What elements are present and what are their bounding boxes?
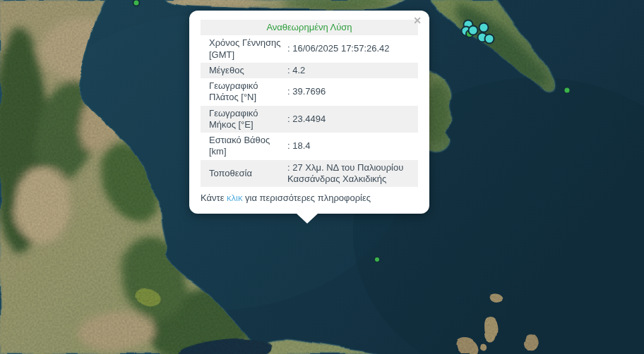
table-row: Χρόνος Γέννησης [GMT] : 16/06/2025 17:57… [201, 35, 418, 63]
row-label: Τοποθεσία [201, 167, 287, 180]
earthquake-marker[interactable] [374, 256, 381, 263]
row-label: Μέγεθος [201, 64, 287, 77]
table-row: Τοποθεσία : 27 Χλμ. ΝΔ του Παλιουρίου Κα… [201, 160, 418, 188]
earthquake-marker[interactable] [484, 34, 495, 44]
earthquake-marker[interactable] [468, 25, 479, 36]
popup-title: Αναθεωρημένη Λύση [201, 20, 418, 35]
table-row: Εστιακό Βάθος [km] : 18.4 [201, 133, 418, 160]
earthquake-marker[interactable] [479, 23, 489, 33]
map-viewport[interactable]: ✕ Αναθεωρημένη Λύση Χρόνος Γέννησης [GMT… [0, 0, 644, 354]
row-value: : 23.4494 [287, 113, 418, 126]
row-value: : 39.7696 [287, 85, 418, 98]
row-value: : 16/06/2025 17:57:26.42 [287, 42, 418, 55]
popup-tail [296, 213, 318, 224]
more-info-text: Κάντε κλικ για περισσότερες πληροφορίες [201, 187, 418, 207]
earthquake-detail-table: Αναθεωρημένη Λύση Χρόνος Γέννησης [GMT] … [201, 20, 418, 187]
close-icon[interactable]: ✕ [413, 16, 422, 25]
earthquake-marker[interactable] [133, 0, 141, 7]
row-value: : 18.4 [287, 140, 418, 152]
earthquake-marker[interactable] [564, 87, 571, 94]
row-value: : 27 Χλμ. ΝΔ του Παλιουρίου Κασσάνδρας Χ… [287, 161, 418, 186]
earthquake-info-popup: ✕ Αναθεωρημένη Λύση Χρόνος Γέννησης [GMT… [189, 11, 429, 214]
more-info-link[interactable]: κλικ [227, 193, 242, 203]
table-row: Μέγεθος : 4.2 [201, 63, 418, 78]
row-label: Γεωγραφικό Μήκος [°E] [201, 107, 287, 132]
row-label: Εστιακό Βάθος [km] [201, 134, 287, 159]
table-row: Γεωγραφικό Πλάτος [°N] : 39.7696 [201, 78, 418, 106]
row-value: : 4.2 [287, 64, 418, 77]
row-label: Χρόνος Γέννησης [GMT] [201, 37, 287, 61]
table-row: Γεωγραφικό Μήκος [°E] : 23.4494 [201, 106, 418, 133]
row-label: Γεωγραφικό Πλάτος [°N] [201, 80, 287, 104]
